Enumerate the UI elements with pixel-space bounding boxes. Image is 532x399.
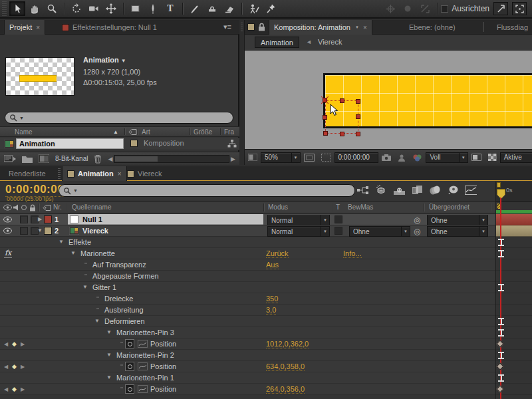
search-options-icon[interactable]: ▼: [73, 188, 78, 193]
panel-grip[interactable]: [58, 168, 61, 179]
close-icon[interactable]: ×: [363, 24, 367, 31]
pen-tool-button[interactable]: [145, 1, 161, 16]
trash-icon[interactable]: [94, 154, 102, 164]
camera-dropdown[interactable]: Aktive: [500, 152, 532, 163]
show-snapshot-icon[interactable]: [398, 154, 406, 162]
panel-menu-icon[interactable]: ▾≡: [223, 23, 231, 31]
local-axis-mode-icon[interactable]: [382, 1, 398, 16]
magnification-dropdown[interactable]: 50%▼: [261, 152, 301, 163]
tab-dropdown-icon[interactable]: ▼: [355, 25, 359, 29]
property-label[interactable]: Auf Transparenz: [92, 261, 146, 269]
puppet-pin-handle[interactable]: [340, 132, 344, 136]
column-type[interactable]: Art: [142, 128, 150, 136]
twirl-icon[interactable]: ▼: [59, 239, 64, 245]
selection-tool-button[interactable]: [9, 1, 25, 16]
close-icon[interactable]: ×: [118, 170, 122, 178]
puppet-pin-handle[interactable]: [323, 115, 327, 120]
fx-badge-icon[interactable]: fx: [4, 249, 12, 258]
mesh-expand-button[interactable]: [512, 2, 527, 15]
property-label[interactable]: Effekte: [68, 238, 91, 246]
time-ruler[interactable]: 0s: [496, 182, 532, 202]
tab-timeline-animation[interactable]: Animation×: [62, 166, 127, 181]
eraser-tool-button[interactable]: [221, 1, 237, 16]
keyframe-toggle-icon[interactable]: ◆: [12, 386, 17, 392]
always-preview-icon[interactable]: [248, 154, 257, 161]
layer-label-swatch[interactable]: [44, 215, 52, 223]
property-row-marionetten-pin-2[interactable]: ▼Marionetten-Pin 2: [0, 350, 495, 361]
stopwatch-icon[interactable]: [125, 339, 134, 348]
rotate-tool-button[interactable]: [68, 1, 84, 16]
composition-viewport[interactable]: [245, 51, 532, 149]
collapse-icon[interactable]: ▼: [37, 227, 43, 233]
graph-icon[interactable]: [138, 362, 148, 370]
stopwatch-icon[interactable]: [125, 362, 134, 371]
view-axis-mode-icon[interactable]: [417, 1, 433, 16]
motion-blur-icon[interactable]: [429, 185, 441, 196]
channels-icon[interactable]: [412, 154, 422, 162]
property-value-secondary[interactable]: Info...: [343, 249, 362, 258]
transparency-grid-icon[interactable]: [488, 154, 497, 161]
blend-mode-dropdown[interactable]: Normal▼: [267, 226, 330, 237]
parent-pickwhip-icon[interactable]: ◎: [414, 215, 420, 225]
puppet-pin-tool-button[interactable]: [263, 1, 279, 16]
property-row-deformieren[interactable]: ▼Deformieren: [0, 316, 495, 327]
graph-icon[interactable]: [138, 340, 148, 348]
property-value[interactable]: 634,0,358,0: [266, 362, 305, 371]
twirl-icon[interactable]: ▼: [106, 329, 112, 335]
tab-render-queue[interactable]: Renderliste: [4, 166, 51, 181]
keyframe-icon[interactable]: [496, 362, 503, 370]
next-keyframe-icon[interactable]: ▶: [21, 386, 25, 392]
layer-bar-null-1[interactable]: [496, 214, 532, 225]
column-framerate[interactable]: Fra: [224, 128, 234, 136]
hand-tool-button[interactable]: [27, 1, 43, 16]
search-options-icon[interactable]: ▼: [19, 116, 24, 120]
viewer-timecode[interactable]: 0:00:00:00: [334, 152, 379, 163]
project-item-row[interactable]: Animation Komposition: [0, 138, 239, 150]
breadcrumb-comp-button[interactable]: Animation: [255, 37, 299, 48]
property-label[interactable]: Gitter 1: [92, 283, 116, 291]
scroll-left-icon[interactable]: ◀: [108, 156, 112, 162]
column-name[interactable]: Name: [15, 128, 33, 136]
prev-keyframe-icon[interactable]: ◀: [4, 386, 8, 392]
property-row-position[interactable]: ◀◆▶Position264,0,356,0: [0, 384, 495, 395]
property-value[interactable]: 3,0: [266, 306, 276, 315]
column-number[interactable]: Nr.: [53, 203, 62, 211]
layer-bar-viereck[interactable]: [496, 225, 532, 237]
twirl-icon[interactable]: ▼: [70, 250, 76, 256]
blend-mode-dropdown[interactable]: Normal▼: [267, 215, 330, 225]
comp-mini-flowchart-icon[interactable]: [357, 185, 369, 196]
zoom-tool-button[interactable]: [44, 1, 60, 16]
panel-edge-grip[interactable]: [239, 20, 245, 165]
bit-depth-indicator[interactable]: 8-Bit-Kanal: [55, 155, 88, 162]
shy-icon[interactable]: [393, 185, 405, 196]
camera-tool-button[interactable]: [86, 1, 102, 16]
property-row-marionetten-pin-1[interactable]: ▼Marionetten-Pin 1: [0, 372, 495, 384]
property-row-abgepauste-formen[interactable]: Abgepauste Formen: [0, 271, 495, 282]
property-row-position[interactable]: ◀◆▶Position1012,0,362,0: [0, 338, 495, 350]
column-track-matte[interactable]: BewMas: [348, 203, 373, 211]
property-row-dreiecke[interactable]: Dreiecke350: [0, 293, 495, 305]
property-value[interactable]: 264,0,356,0: [266, 385, 305, 394]
keyframe-toggle-icon[interactable]: ◆: [12, 340, 17, 347]
close-icon[interactable]: ×: [36, 24, 40, 31]
panel-grip[interactable]: [2, 1, 7, 16]
column-source-name[interactable]: Quellenname: [72, 203, 111, 211]
switch-box[interactable]: [20, 227, 28, 235]
tab-timeline-viereck[interactable]: Viereck: [122, 166, 166, 181]
world-axis-mode-icon[interactable]: [400, 1, 416, 16]
column-t[interactable]: T: [336, 203, 340, 211]
property-row-marionetten-pin-3[interactable]: ▼Marionetten-Pin 3: [0, 327, 495, 338]
comp-label-swatch-icon[interactable]: [247, 23, 255, 31]
property-label[interactable]: Marionetten-Pin 3: [116, 329, 174, 336]
type-tool-button[interactable]: T: [162, 1, 178, 16]
track-matte-dropdown[interactable]: Ohne▼: [349, 226, 410, 237]
property-label[interactable]: Position: [150, 385, 176, 393]
label-swatch-icon[interactable]: [130, 140, 138, 147]
property-label[interactable]: Marionette: [80, 249, 115, 257]
clone-stamp-tool-button[interactable]: [204, 1, 220, 16]
puppet-pin-handle[interactable]: [356, 99, 360, 104]
tab-effect-controls[interactable]: Effekteinstellungen: Null 1: [57, 20, 162, 35]
breadcrumb-layer-label[interactable]: Viereck: [318, 38, 342, 46]
layer-label-swatch[interactable]: [44, 227, 52, 235]
property-value[interactable]: 1012,0,362,0: [266, 340, 309, 348]
